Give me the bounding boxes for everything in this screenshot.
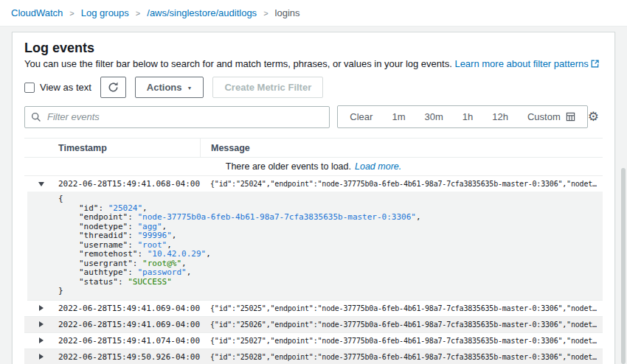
breadcrumb-chevron-icon: > <box>136 9 140 18</box>
refresh-button[interactable] <box>100 77 126 98</box>
collapse-caret-icon[interactable] <box>38 182 44 186</box>
refresh-icon <box>108 82 119 93</box>
caret-down-icon: ▼ <box>187 85 193 91</box>
expand-caret-cell <box>24 354 58 360</box>
log-row[interactable]: 2022-06-28T15:49:41.069-04:00{"id":"2502… <box>24 317 603 333</box>
log-message: {"id":"25028","endpoint":"node-37775b0a-… <box>200 353 603 361</box>
log-row[interactable]: 2022-06-28T15:49:50.926-04:00{"id":"2502… <box>24 349 603 364</box>
view-as-text-checkbox[interactable] <box>24 83 35 93</box>
expand-caret-cell <box>24 321 58 327</box>
log-row[interactable]: 2022-06-28T15:49:41.069-04:00{"id":"2502… <box>24 301 603 317</box>
json-value-usergrant: "root@%" <box>142 259 181 268</box>
search-icon <box>31 112 41 122</box>
log-message: {"id":"25025","endpoint":"node-37775b0a-… <box>200 304 603 312</box>
log-timestamp: 2022-06-28T15:49:50.926-04:00 <box>58 352 200 362</box>
page-description: You can use the filter bar below to sear… <box>24 58 603 70</box>
breadcrumb-log-group-name[interactable]: /aws/singlestore/auditlogs <box>147 7 257 18</box>
log-row-expanded[interactable]: 2022-06-28T15:49:41.068-04:00 {"id":"250… <box>24 176 603 192</box>
learn-more-link[interactable]: Learn more about filter patterns <box>454 58 588 69</box>
external-link-icon <box>591 60 599 68</box>
time-range-30m[interactable]: 30m <box>415 111 452 122</box>
breadcrumb-current-page: logins <box>275 7 300 18</box>
time-range-custom[interactable]: Custom <box>518 111 585 122</box>
json-value-remotehost: "10.42.0.29" <box>148 249 206 259</box>
expand-caret-icon[interactable] <box>39 305 44 311</box>
expand-column-header <box>24 139 58 157</box>
expand-caret-cell <box>24 305 58 311</box>
page-title: Log events <box>24 41 603 56</box>
view-as-text-option[interactable]: View as text <box>24 82 91 93</box>
older-events-text: There are older events to load. <box>226 161 351 172</box>
settings-gear-icon[interactable]: ⚙ <box>588 111 599 123</box>
log-timestamp: 2022-06-28T15:49:41.069-04:00 <box>58 304 200 313</box>
log-events-card: Log events You can use the filter bar be… <box>12 32 615 364</box>
actions-button[interactable]: Actions ▼ <box>135 77 204 98</box>
time-range-1m[interactable]: 1m <box>382 111 415 122</box>
json-value-nodetype: "agg" <box>137 222 162 231</box>
json-value-username: "root" <box>137 240 167 250</box>
calendar-icon <box>566 112 575 122</box>
log-timestamp: 2022-06-28T15:49:41.074-04:00 <box>58 336 200 346</box>
time-range-clear[interactable]: Clear <box>340 111 382 122</box>
log-rows: 2022-06-28T15:49:41.069-04:00{"id":"2502… <box>24 301 603 364</box>
column-message: Message <box>200 139 603 157</box>
log-message: {"id":"25027","endpoint":"node-37775b0a-… <box>200 337 603 345</box>
filter-row: Clear1m30m1h12hCustom ⚙ <box>24 105 603 128</box>
expand-caret-icon[interactable] <box>39 337 44 343</box>
log-timestamp: 2022-06-28T15:49:41.069-04:00 <box>58 320 200 329</box>
scrollbar[interactable] <box>621 168 626 364</box>
older-events-row: There are older events to load. Load mor… <box>24 158 603 176</box>
breadcrumb-chevron-icon: > <box>263 9 268 18</box>
load-more-link[interactable]: Load more. <box>355 161 401 172</box>
json-value-status: "SUCCESS" <box>128 277 172 287</box>
expanded-json: {"id": "25024","endpoint": "node-37775b0… <box>27 192 603 301</box>
time-range-1h[interactable]: 1h <box>453 111 482 122</box>
time-range-12h[interactable]: 12h <box>482 111 518 122</box>
toolbar: View as text Actions ▼ Create Metric Fil… <box>24 77 603 98</box>
log-events-table: Timestamp Message There are older events… <box>24 138 603 364</box>
expand-caret-cell <box>24 182 58 186</box>
json-value-threadid: "99996" <box>137 231 171 240</box>
json-value-id: "25024" <box>108 203 142 213</box>
log-message: {"id":"25026","endpoint":"node-37775b0a-… <box>200 321 603 329</box>
filter-search <box>24 106 330 128</box>
expand-caret-cell <box>24 337 58 343</box>
log-message: {"id":"25024","endpoint":"node-37775b0a-… <box>200 180 603 188</box>
expand-caret-icon[interactable] <box>39 321 44 327</box>
filter-events-input[interactable] <box>24 106 330 128</box>
table-header: Timestamp Message <box>24 138 603 158</box>
log-row[interactable]: 2022-06-28T15:49:41.074-04:00{"id":"2502… <box>24 333 603 349</box>
actions-label: Actions <box>147 82 182 93</box>
view-as-text-label: View as text <box>40 82 91 93</box>
create-metric-filter-button[interactable]: Create Metric Filter <box>212 77 323 98</box>
breadcrumb-chevron-icon: > <box>69 9 74 18</box>
json-value-endpoint: "node-37775b0a-6feb-4b61-98a7-7cfa383563… <box>137 212 416 222</box>
learn-more-link-icon-wrap[interactable] <box>589 58 599 69</box>
breadcrumb: CloudWatch > Log groups > /aws/singlesto… <box>0 0 627 27</box>
log-timestamp: 2022-06-28T15:49:41.068-04:00 <box>58 179 200 189</box>
column-timestamp: Timestamp <box>58 139 200 157</box>
time-range-group: Clear1m30m1h12hCustom <box>337 105 587 128</box>
description-text: You can use the filter bar below to sear… <box>24 58 452 69</box>
breadcrumb-log-groups[interactable]: Log groups <box>81 7 129 18</box>
json-value-authtype: "password" <box>137 267 186 277</box>
breadcrumb-cloudwatch[interactable]: CloudWatch <box>11 7 63 18</box>
expand-caret-icon[interactable] <box>39 354 44 360</box>
